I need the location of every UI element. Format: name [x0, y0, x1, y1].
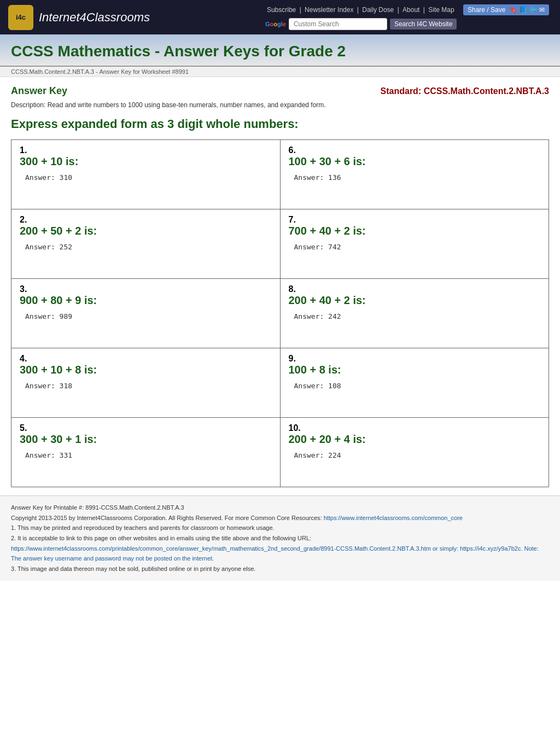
problem-cell-1: 1. 300 + 10 is: Answer: 310	[11, 140, 281, 209]
problem-row-1: 1. 300 + 10 is: Answer: 310 6. 100 + 30 …	[11, 140, 549, 209]
problem-number: 3.	[20, 284, 272, 294]
footer-line4: 2. It is acceptable to link to this page…	[11, 533, 549, 544]
header: i4c Internet4Classrooms Subscribe | News…	[0, 0, 560, 34]
breadcrumb-link[interactable]: CCSS.Math.Content.2.NBT.A.3 - Answer Key…	[11, 68, 189, 75]
content: Answer Key Standard: CCSS.Math.Content.2…	[0, 77, 560, 495]
problem-answer: Answer: 242	[289, 312, 541, 320]
problem-cell-3: 3. 900 + 80 + 9 is: Answer: 989	[11, 279, 281, 348]
problem-number: 8.	[289, 284, 541, 294]
answer-key-header: Answer Key Standard: CCSS.Math.Content.2…	[11, 85, 549, 97]
footer-line1: Answer Key for Printable #: 8991-CCSS.Ma…	[11, 503, 549, 513]
problem-number: 9.	[289, 354, 541, 364]
problem-number: 5.	[20, 423, 272, 433]
problem-cell-4: 4. 300 + 10 + 8 is: Answer: 318	[11, 348, 281, 417]
problem-expression: 100 + 30 + 6 is:	[289, 155, 541, 168]
logo-icon: i4c	[8, 5, 33, 30]
problem-answer: Answer: 252	[20, 243, 272, 251]
problem-answer: Answer: 108	[289, 382, 541, 390]
problem-expression: 700 + 40 + 2 is:	[289, 225, 541, 237]
banner: CCSS Mathematics - Answer Keys for Grade…	[0, 34, 560, 67]
standard-label: Standard: CCSS.Math.Content.2.NBT.A.3	[381, 86, 549, 96]
problem-cell-10: 10. 200 + 20 + 4 is: Answer: 224	[281, 418, 549, 487]
problem-expression: 100 + 8 is:	[289, 364, 541, 376]
problem-answer: Answer: 742	[289, 243, 541, 251]
problem-cell-7: 7. 700 + 40 + 2 is: Answer: 742	[281, 209, 549, 278]
problem-answer: Answer: 318	[20, 382, 272, 390]
worksheet-title: Express expanded form as 3 digit whole n…	[11, 117, 549, 131]
footer: Answer Key for Printable #: 8991-CCSS.Ma…	[0, 495, 560, 581]
problem-number: 2.	[20, 215, 272, 225]
common-core-link[interactable]: https://www.internet4classrooms.com/comm…	[324, 515, 463, 521]
problem-expression: 300 + 10 is:	[20, 155, 272, 168]
problem-answer: Answer: 224	[289, 451, 541, 459]
search-button-label: Search I4C Website	[394, 20, 453, 28]
logo-area: i4c Internet4Classrooms	[8, 5, 150, 30]
problem-expression: 300 + 30 + 1 is:	[20, 433, 272, 446]
problem-number: 7.	[289, 215, 541, 225]
problem-number: 6.	[289, 145, 541, 155]
search-button[interactable]: Search I4C Website	[390, 19, 457, 30]
footer-line2: Copyright 2013-2015 by Internet4Classroo…	[11, 513, 549, 523]
problem-cell-6: 6. 100 + 30 + 6 is: Answer: 136	[281, 140, 549, 209]
search-input[interactable]	[289, 18, 387, 30]
problem-cell-9: 9. 100 + 8 is: Answer: 108	[281, 348, 549, 417]
problem-cell-5: 5. 300 + 30 + 1 is: Answer: 331	[11, 418, 281, 487]
share-save-button[interactable]: Share / Save 🔖 📘 🐦 ✉	[463, 4, 549, 15]
problem-row-2: 2. 200 + 50 + 2 is: Answer: 252 7. 700 +…	[11, 209, 549, 279]
problem-answer: Answer: 989	[20, 312, 272, 320]
about-link[interactable]: About	[402, 6, 419, 14]
answer-key-label: Answer Key	[11, 85, 67, 97]
footer-line5: https://www.internet4classrooms.com/prin…	[11, 544, 549, 564]
search-bar: Google Search I4C Website	[265, 18, 552, 30]
problem-expression: 300 + 10 + 8 is:	[20, 364, 272, 376]
daily-dose-link[interactable]: Daily Dose	[362, 6, 394, 14]
problem-row-3: 3. 900 + 80 + 9 is: Answer: 989 8. 200 +…	[11, 279, 549, 348]
footer-line3: 1. This may be printed and reproduced by…	[11, 523, 549, 533]
problems-grid: 1. 300 + 10 is: Answer: 310 6. 100 + 30 …	[11, 139, 549, 487]
breadcrumb: CCSS.Math.Content.2.NBT.A.3 - Answer Key…	[0, 67, 560, 77]
problem-expression: 200 + 20 + 4 is:	[289, 433, 541, 446]
top-nav: Subscribe | Newsletter Index | Daily Dos…	[265, 4, 552, 15]
printable-url-link[interactable]: https://www.internet4classrooms.com/prin…	[11, 545, 539, 562]
site-map-link[interactable]: Site Map	[428, 6, 454, 14]
problem-cell-8: 8. 200 + 40 + 2 is: Answer: 242	[281, 279, 549, 348]
problem-row-4: 4. 300 + 10 + 8 is: Answer: 318 9. 100 +…	[11, 348, 549, 418]
problem-answer: Answer: 331	[20, 451, 272, 459]
footer-line6: 3. This image and data thereon may not b…	[11, 564, 549, 574]
problem-answer: Answer: 136	[289, 173, 541, 182]
site-name: Internet4Classrooms	[39, 10, 150, 25]
share-save-label: Share / Save	[468, 6, 505, 14]
problem-expression: 200 + 40 + 2 is:	[289, 294, 541, 307]
problem-number: 10.	[289, 423, 541, 433]
subscribe-link[interactable]: Subscribe	[267, 6, 296, 14]
page-title: CCSS Mathematics - Answer Keys for Grade…	[11, 43, 549, 60]
problem-number: 4.	[20, 354, 272, 364]
problem-row-5: 5. 300 + 30 + 1 is: Answer: 331 10. 200 …	[11, 418, 549, 487]
problem-number: 1.	[20, 145, 272, 155]
problem-expression: 900 + 80 + 9 is:	[20, 294, 272, 307]
problem-cell-2: 2. 200 + 50 + 2 is: Answer: 252	[11, 209, 281, 278]
nav-links: Subscribe | Newsletter Index | Daily Dos…	[265, 4, 552, 30]
problem-expression: 200 + 50 + 2 is:	[20, 225, 272, 237]
description: Description: Read and write numbers to 1…	[11, 101, 549, 109]
newsletter-link[interactable]: Newsletter Index	[305, 6, 353, 14]
problem-answer: Answer: 310	[20, 173, 272, 182]
